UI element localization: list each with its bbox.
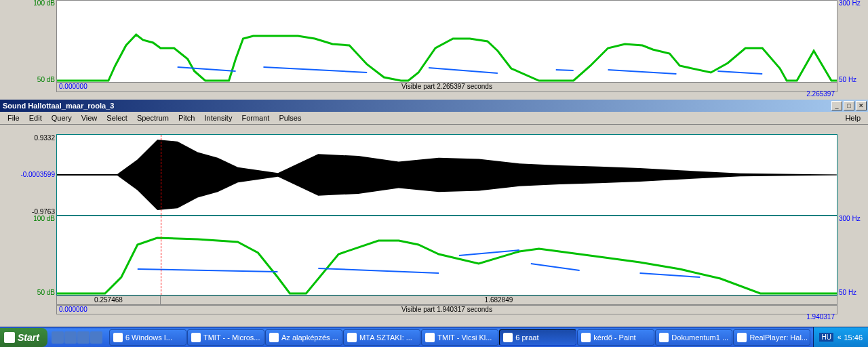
pitch-seg-b: [318, 268, 439, 273]
pitch-seg-6: [717, 71, 762, 74]
menu-pulses[interactable]: Pulses: [274, 113, 306, 123]
quick-launch-chevron-icon[interactable]: [90, 331, 102, 344]
menu-pitch[interactable]: Pitch: [174, 113, 199, 123]
hz-top-tick: 300 Hz: [839, 0, 861, 7]
menu-query[interactable]: Query: [47, 113, 77, 123]
analysis-plot[interactable]: [56, 216, 837, 295]
pitch-seg-3: [429, 68, 498, 73]
task-label: 6 praat: [515, 333, 538, 342]
visible-part-label: Visible part 2.265397 seconds: [57, 83, 837, 90]
task-item[interactable]: TMIT - Vicsi Kl...: [421, 329, 498, 346]
analysis-db-axis: 100 dB 50 dB: [0, 216, 56, 295]
tray-chevron-icon[interactable]: «: [837, 333, 842, 341]
app-icon: [347, 333, 357, 342]
menu-spectrum[interactable]: Spectrum: [132, 113, 174, 123]
selection-seg-1[interactable]: 0.257468: [57, 296, 161, 304]
menu-file[interactable]: File: [3, 113, 24, 123]
waveform-plot[interactable]: [56, 134, 837, 216]
amp-mid: -0.0003599: [20, 171, 55, 178]
app-icon: [503, 333, 513, 342]
pitch-seg-d: [531, 264, 580, 270]
task-label: TMIT - - Micros...: [203, 333, 260, 342]
selection-seg-2[interactable]: 1.682849: [161, 296, 837, 304]
intensity-curve: [57, 35, 837, 81]
menu-formant[interactable]: Formant: [237, 113, 274, 123]
pitch-seg-4: [556, 70, 574, 70]
app-icon: [113, 333, 123, 342]
window-title: Sound Hallottaal_maar_roola_3: [3, 102, 831, 110]
show-desktop-icon[interactable]: [52, 331, 64, 344]
top-hz-axis: 300 Hz 50 Hz: [837, 0, 868, 83]
task-items: 6 Windows I...TMIT - - Micros...Az alapk…: [106, 329, 814, 346]
top-db-axis: 100 dB 50 dB: [0, 0, 56, 83]
menu-select[interactable]: Select: [102, 113, 132, 123]
db-bottom-tick: 50 dB: [37, 76, 55, 83]
menu-help[interactable]: Help: [840, 113, 865, 123]
task-item[interactable]: Az alapképzés ...: [265, 329, 342, 346]
menu-edit[interactable]: Edit: [24, 113, 47, 123]
full-time-bar[interactable]: 0.000000 Visible part 1.940317 seconds 1…: [56, 305, 837, 314]
intensity-curve-2: [57, 238, 837, 293]
analysis-hz-axis: 300 Hz 50 Hz: [837, 216, 868, 295]
full-visible-label: Visible part 1.940317 seconds: [57, 306, 837, 313]
waveform-envelope: [57, 140, 837, 210]
task-item[interactable]: 6 praat: [499, 329, 576, 346]
ie-icon[interactable]: [64, 331, 77, 344]
task-label: RealPlayer: Hal...: [749, 333, 808, 342]
full-time-end: 1.940317: [806, 313, 835, 321]
waveform-row: 0.9332 -0.0003599 -0.9763: [0, 134, 868, 216]
analysis-row: 100 dB 50 dB 300 Hz 50 Hz: [0, 216, 868, 295]
clock[interactable]: 15:46: [844, 333, 863, 342]
task-item[interactable]: MTA SZTAKI: ...: [343, 329, 420, 346]
pitch-seg-2: [263, 67, 367, 73]
menu-intensity[interactable]: Intensity: [199, 113, 237, 123]
task-label: Dokumentum1 ...: [671, 333, 728, 342]
task-label: kérdő - Paint: [593, 333, 635, 342]
hz-top: 300 Hz: [839, 215, 861, 222]
app-icon: [659, 333, 669, 342]
pitch-seg-a: [138, 269, 278, 272]
task-label: TMIT - Vicsi Kl...: [437, 333, 492, 342]
amp-max: 0.9332: [34, 134, 55, 142]
task-label: 6 Windows I...: [125, 333, 172, 342]
media-player-icon[interactable]: [77, 331, 90, 344]
amplitude-axis: 0.9332 -0.0003599 -0.9763: [0, 134, 56, 216]
maximize-button[interactable]: □: [844, 101, 854, 110]
pitch-seg-5: [608, 70, 677, 74]
minimize-button[interactable]: _: [831, 101, 842, 110]
start-button[interactable]: Start: [0, 328, 47, 347]
language-indicator[interactable]: HU: [819, 333, 833, 342]
db-top: 100 dB: [33, 215, 55, 222]
hz-bottom-tick: 50 Hz: [839, 76, 856, 83]
task-item[interactable]: 6 Windows I...: [109, 329, 186, 346]
windows-logo-icon: [4, 332, 15, 343]
db-bottom: 50 dB: [37, 289, 55, 296]
full-time-start: 0.000000: [59, 306, 87, 313]
top-time-bar[interactable]: 0.000000 Visible part 2.265397 seconds 2…: [56, 83, 837, 92]
task-item[interactable]: RealPlayer: Hal...: [733, 329, 810, 346]
time-end: 2.265397: [806, 90, 835, 98]
pitch-seg-e: [640, 273, 701, 277]
app-icon: [425, 333, 435, 342]
window-title-bar[interactable]: Sound Hallottaal_maar_roola_3 _ □ ✕: [0, 100, 868, 112]
app-icon: [269, 333, 279, 342]
top-plot-area[interactable]: [56, 0, 837, 83]
task-item[interactable]: Dokumentum1 ...: [655, 329, 732, 346]
time-start: 0.000000: [59, 83, 87, 90]
taskbar: Start 6 Windows I...TMIT - - Micros...Az…: [0, 327, 868, 347]
app-icon: [581, 333, 591, 342]
selection-bar[interactable]: 0.257468 1.682849: [56, 295, 837, 305]
pitch-seg-1: [178, 67, 236, 71]
db-top-tick: 100 dB: [33, 0, 55, 7]
close-button[interactable]: ✕: [856, 101, 867, 110]
top-intensity-pitch-chart: 100 dB 50 dB 300 Hz 50 Hz 0.000000 Visib…: [0, 0, 868, 100]
task-item[interactable]: TMIT - - Micros...: [187, 329, 264, 346]
task-item[interactable]: kérdő - Paint: [577, 329, 654, 346]
app-icon: [191, 333, 201, 342]
menu-view[interactable]: View: [77, 113, 102, 123]
system-tray[interactable]: HU « 15:46: [813, 327, 868, 347]
hz-bottom: 50 Hz: [839, 289, 856, 296]
task-label: Az alapképzés ...: [281, 333, 338, 342]
task-label: MTA SZTAKI: ...: [359, 333, 412, 342]
sound-editor: 0.257468 0.9332 -0.0003599 -0.9763 100 d…: [0, 134, 868, 331]
